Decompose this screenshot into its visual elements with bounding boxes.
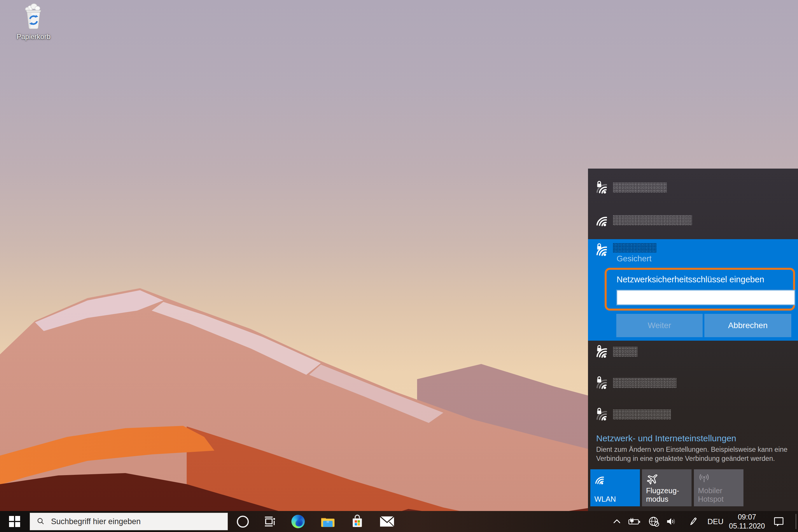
cortana-icon <box>237 516 249 528</box>
password-input[interactable] <box>616 290 795 305</box>
clock[interactable]: 09:07 05.11.2020 <box>726 511 768 532</box>
hotspot-icon <box>698 473 710 486</box>
quick-action-label: Mobiler Hotspot <box>698 487 724 504</box>
task-view-icon <box>263 515 277 528</box>
wifi-network-name-redacted <box>613 346 638 357</box>
quick-action-airplane-mode[interactable]: Flugzeug- modus <box>642 469 691 506</box>
volume-icon <box>666 516 678 527</box>
airplane-icon <box>646 473 659 486</box>
pen-icon <box>687 516 699 527</box>
show-desktop-button[interactable] <box>796 514 796 529</box>
pen-status[interactable] <box>687 511 699 532</box>
tray-overflow-button[interactable] <box>610 511 623 532</box>
secured-status-label: Gesichert <box>616 254 651 263</box>
wifi-icon <box>594 473 607 486</box>
quick-action-label: WLAN <box>594 495 616 504</box>
wifi-secured-icon <box>595 344 611 359</box>
task-view-button[interactable] <box>259 511 280 532</box>
windows-start-icon <box>9 516 20 527</box>
wifi-secured-icon <box>595 242 611 258</box>
recycle-bin-label: Papierkorb <box>15 33 53 41</box>
quick-action-mobile-hotspot[interactable]: Mobiler Hotspot <box>694 469 743 506</box>
globe-no-internet-icon <box>648 516 660 527</box>
wifi-network-item-selected[interactable]: Gesichert Netzwerksicherheitsschlüssel e… <box>588 239 798 341</box>
search-input[interactable] <box>51 517 228 527</box>
wifi-icon <box>595 212 611 228</box>
recycle-bin-icon <box>21 27 46 32</box>
wifi-network-name-redacted <box>613 243 657 252</box>
edge-icon <box>291 515 305 528</box>
edge-browser-button[interactable] <box>288 511 309 532</box>
network-status[interactable] <box>647 511 660 532</box>
network-settings-link[interactable]: Netzwerk- und Interneteinstellungen <box>596 433 736 443</box>
wifi-network-name-redacted <box>613 378 677 388</box>
desktop[interactable]: Papierkorb Gesichert Netzwerksicherheits… <box>0 0 798 532</box>
password-prompt-label: Netzwerksicherheitsschlüssel eingeben <box>616 275 764 284</box>
file-explorer-button[interactable] <box>317 511 338 532</box>
network-settings-description: Dient zum Ändern von Einstellungen. Beis… <box>596 445 798 463</box>
wifi-network-name-redacted <box>613 215 692 226</box>
taskbar-search[interactable] <box>30 513 228 530</box>
cancel-button[interactable]: Abbrechen <box>704 314 791 337</box>
taskbar: DEU 09:07 05.11.2020 <box>0 511 798 532</box>
mail-icon <box>380 516 394 527</box>
action-center-button[interactable] <box>771 511 787 532</box>
volume-status[interactable] <box>666 511 679 532</box>
language-label: DEU <box>708 517 724 526</box>
quick-action-wlan[interactable]: WLAN <box>590 469 640 506</box>
recycle-bin-shortcut[interactable]: Papierkorb <box>15 3 53 41</box>
search-icon <box>36 517 45 526</box>
start-button[interactable] <box>3 511 26 532</box>
language-indicator[interactable]: DEU <box>705 511 726 532</box>
wifi-network-name-redacted <box>613 182 667 193</box>
cortana-button[interactable] <box>232 511 253 532</box>
wifi-secured-icon <box>595 375 611 391</box>
quick-action-label: Flugzeug- modus <box>646 487 679 504</box>
clock-time: 09:07 <box>729 512 765 521</box>
store-icon <box>350 514 364 529</box>
battery-charging-icon <box>628 517 641 526</box>
chevron-up-icon <box>612 516 622 527</box>
mail-button[interactable] <box>377 511 398 532</box>
wifi-secured-icon <box>595 179 611 195</box>
microsoft-store-button[interactable] <box>347 511 368 532</box>
wifi-secured-icon <box>595 406 611 422</box>
file-explorer-icon <box>321 515 335 528</box>
wifi-flyout: Gesichert Netzwerksicherheitsschlüssel e… <box>588 169 798 511</box>
battery-status[interactable] <box>628 511 641 532</box>
action-center-icon <box>773 516 784 527</box>
clock-date: 05.11.2020 <box>729 521 765 531</box>
wifi-network-name-redacted <box>613 409 671 420</box>
next-button[interactable]: Weiter <box>616 314 703 337</box>
